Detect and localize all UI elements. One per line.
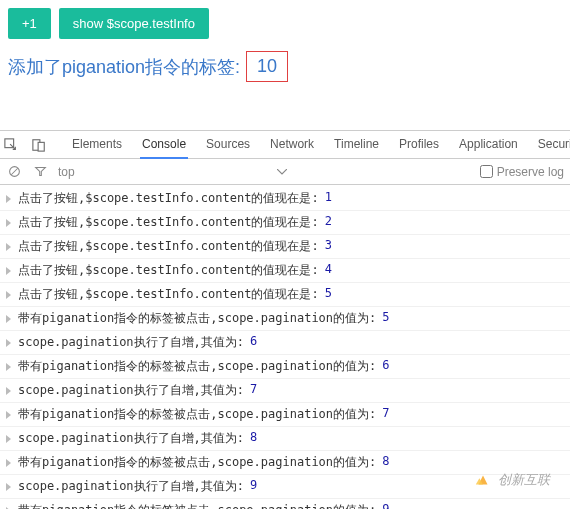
log-text: scope.pagination执行了自增,其值为: (18, 334, 244, 351)
pagination-label-row[interactable]: 添加了piganation指令的标签: 10 (8, 51, 562, 82)
log-line: 带有piganation指令的标签被点击,scope.pagination的值为… (0, 355, 570, 379)
log-text: 带有piganation指令的标签被点击,scope.pagination的值为… (18, 454, 376, 471)
log-line: 点击了按钮,$scope.testInfo.content的值现在是: 3 (0, 235, 570, 259)
log-value: 3 (325, 238, 332, 255)
tab-profiles[interactable]: Profiles (397, 131, 441, 159)
preserve-label: Preserve log (497, 165, 564, 179)
devtools-header: Elements Console Sources Network Timelin… (0, 131, 570, 159)
log-value: 8 (382, 454, 389, 471)
svg-line-4 (11, 168, 18, 175)
tab-console[interactable]: Console (140, 131, 188, 159)
log-value: 6 (382, 358, 389, 375)
context-label: top (58, 165, 75, 179)
log-value: 9 (250, 478, 257, 495)
log-text: scope.pagination执行了自增,其值为: (18, 430, 244, 447)
log-line: scope.pagination执行了自增,其值为: 7 (0, 379, 570, 403)
log-line: scope.pagination执行了自增,其值为: 6 (0, 331, 570, 355)
devtools-panel: Elements Console Sources Network Timelin… (0, 130, 570, 509)
watermark-logo-icon (474, 471, 492, 489)
log-value: 1 (325, 190, 332, 207)
tab-timeline[interactable]: Timeline (332, 131, 381, 159)
log-line: 带有piganation指令的标签被点击,scope.pagination的值为… (0, 403, 570, 427)
log-value: 7 (382, 406, 389, 423)
clear-icon[interactable] (6, 164, 22, 180)
preserve-log[interactable]: Preserve log (480, 165, 564, 179)
pagination-value: 10 (246, 51, 288, 82)
svg-rect-2 (38, 142, 44, 151)
log-value: 6 (250, 334, 257, 351)
inspect-icon[interactable] (4, 137, 18, 153)
tab-sources[interactable]: Sources (204, 131, 252, 159)
log-line: 点击了按钮,$scope.testInfo.content的值现在是: 2 (0, 211, 570, 235)
log-line: 带有piganation指令的标签被点击,scope.pagination的值为… (0, 307, 570, 331)
log-text: scope.pagination执行了自增,其值为: (18, 478, 244, 495)
log-text: 带有piganation指令的标签被点击,scope.pagination的值为… (18, 406, 376, 423)
log-text: 带有piganation指令的标签被点击,scope.pagination的值为… (18, 358, 376, 375)
log-line: 带有piganation指令的标签被点击,scope.pagination的值为… (0, 499, 570, 509)
preserve-checkbox[interactable] (480, 165, 493, 178)
log-text: scope.pagination执行了自增,其值为: (18, 382, 244, 399)
log-value: 5 (325, 286, 332, 303)
log-text: 点击了按钮,$scope.testInfo.content的值现在是: (18, 238, 319, 255)
tab-elements[interactable]: Elements (70, 131, 124, 159)
watermark: 创新互联 (474, 471, 550, 489)
log-line: 点击了按钮,$scope.testInfo.content的值现在是: 4 (0, 259, 570, 283)
log-value: 7 (250, 382, 257, 399)
console-filter-bar: top Preserve log (0, 159, 570, 185)
tab-network[interactable]: Network (268, 131, 316, 159)
log-value: 4 (325, 262, 332, 279)
log-value: 5 (382, 310, 389, 327)
tab-application[interactable]: Application (457, 131, 520, 159)
pagination-label: 添加了piganation指令的标签: (8, 55, 240, 79)
log-text: 点击了按钮,$scope.testInfo.content的值现在是: (18, 262, 319, 279)
device-icon[interactable] (32, 137, 46, 153)
log-text: 带有piganation指令的标签被点击,scope.pagination的值为… (18, 310, 376, 327)
log-line: scope.pagination执行了自增,其值为: 8 (0, 427, 570, 451)
context-selector[interactable]: top (58, 165, 75, 179)
log-text: 点击了按钮,$scope.testInfo.content的值现在是: (18, 190, 319, 207)
log-text: 点击了按钮,$scope.testInfo.content的值现在是: (18, 286, 319, 303)
log-text: 带有piganation指令的标签被点击,scope.pagination的值为… (18, 502, 376, 509)
log-value: 2 (325, 214, 332, 231)
log-line: 点击了按钮,$scope.testInfo.content的值现在是: 1 (0, 187, 570, 211)
tab-security[interactable]: Security (536, 131, 570, 159)
log-value: 9 (382, 502, 389, 509)
page-content: +1 show $scope.testInfo 添加了piganation指令的… (0, 0, 570, 90)
button-row: +1 show $scope.testInfo (8, 8, 562, 39)
console-output: 点击了按钮,$scope.testInfo.content的值现在是: 1点击了… (0, 185, 570, 509)
filter-icon[interactable] (32, 164, 48, 180)
watermark-text: 创新互联 (498, 471, 550, 489)
log-text: 点击了按钮,$scope.testInfo.content的值现在是: (18, 214, 319, 231)
show-scope-button[interactable]: show $scope.testInfo (59, 8, 209, 39)
log-line: 点击了按钮,$scope.testInfo.content的值现在是: 5 (0, 283, 570, 307)
devtools-tabs: Elements Console Sources Network Timelin… (70, 131, 570, 159)
log-value: 8 (250, 430, 257, 447)
plus-one-button[interactable]: +1 (8, 8, 51, 39)
chevron-down-icon[interactable] (274, 164, 290, 180)
